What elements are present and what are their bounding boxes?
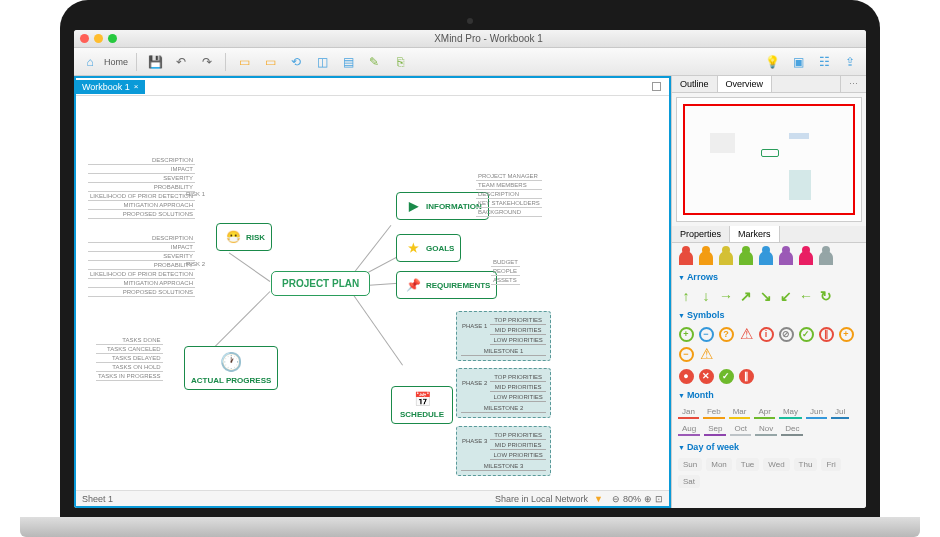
minimize-window-button[interactable] (94, 34, 103, 43)
share-button[interactable]: ⇪ (840, 52, 860, 72)
close-window-button[interactable] (80, 34, 89, 43)
leaf-budget[interactable]: BUDGET (491, 258, 520, 267)
marker-person-pink[interactable] (798, 250, 814, 266)
month-dec[interactable]: Dec (781, 423, 803, 436)
marker-person-gray[interactable] (818, 250, 834, 266)
home-button[interactable]: ⌂ (80, 52, 100, 72)
arrow-up-icon[interactable]: ↑ (678, 288, 694, 304)
month-nov[interactable]: Nov (755, 423, 777, 436)
symbol-plus2[interactable]: + (838, 326, 854, 342)
overview-panel[interactable] (676, 97, 862, 222)
month-feb[interactable]: Feb (703, 406, 725, 419)
leaf-project-manager[interactable]: PROJECT MANAGER (476, 172, 542, 181)
topic-button[interactable]: ▭ (234, 52, 254, 72)
symbol-done[interactable]: ✓ (718, 368, 734, 384)
month-aug[interactable]: Aug (678, 423, 700, 436)
month-jun[interactable]: Jun (806, 406, 827, 419)
leaf-description[interactable]: DESCRIPTION (476, 190, 542, 199)
leaf-assets[interactable]: ASSETS (491, 276, 520, 285)
month-jan[interactable]: Jan (678, 406, 699, 419)
group-symbols[interactable]: Symbols (676, 307, 862, 323)
symbol-minus2[interactable]: − (678, 346, 694, 362)
day-fri[interactable]: Fri (821, 458, 840, 471)
relationship-button[interactable]: ⟲ (286, 52, 306, 72)
day-mon[interactable]: Mon (706, 458, 732, 471)
arrow-left-icon[interactable]: ← (798, 288, 814, 304)
symbol-question[interactable]: ? (718, 326, 734, 342)
topic-requirements[interactable]: 📌REQUIREMENTS (396, 271, 497, 299)
month-may[interactable]: May (779, 406, 802, 419)
present-button[interactable]: ▣ (788, 52, 808, 72)
redo-button[interactable]: ↷ (197, 52, 217, 72)
arrow-refresh-icon[interactable]: ↻ (818, 288, 834, 304)
day-thu[interactable]: Thu (794, 458, 818, 471)
arrow-downright-icon[interactable]: ↘ (758, 288, 774, 304)
topic-risk[interactable]: 😷RISK (216, 223, 272, 251)
arrow-upright-icon[interactable]: ↗ (738, 288, 754, 304)
tab-outline[interactable]: Outline (672, 76, 718, 92)
symbol-check[interactable]: ✓ (798, 326, 814, 342)
marker-person-yellow[interactable] (718, 250, 734, 266)
marker-person-green[interactable] (738, 250, 754, 266)
marker-person-purple[interactable] (778, 250, 794, 266)
share-label[interactable]: Share in Local Network (495, 494, 588, 504)
phase-1[interactable]: PHASE 1TOP PRIORITIESMID PRIORITIESLOW P… (456, 311, 551, 361)
tab-properties[interactable]: Properties (672, 226, 730, 242)
topic-progress[interactable]: 🕐ACTUAL PROGRESS (184, 346, 278, 390)
month-sep[interactable]: Sep (704, 423, 726, 436)
arrow-downleft-icon[interactable]: ↙ (778, 288, 794, 304)
undo-button[interactable]: ↶ (171, 52, 191, 72)
close-tab-icon[interactable]: × (134, 82, 139, 91)
mindmap-canvas[interactable]: PROJECT PLAN ▶INFORMATION PROJECT MANAGE… (76, 96, 669, 490)
boundary-button[interactable]: ◫ (312, 52, 332, 72)
leaf-tasks-inprogress[interactable]: TASKS IN PROGRESS (96, 372, 163, 381)
summary-button[interactable]: ▤ (338, 52, 358, 72)
day-sun[interactable]: Sun (678, 458, 702, 471)
note-button[interactable]: ✎ (364, 52, 384, 72)
group-arrows[interactable]: Arrows (676, 269, 862, 285)
leaf-team-members[interactable]: TEAM MEMBERS (476, 181, 542, 190)
month-mar[interactable]: Mar (729, 406, 751, 419)
arrow-down-icon[interactable]: ↓ (698, 288, 714, 304)
marker-person-blue[interactable] (758, 250, 774, 266)
central-topic[interactable]: PROJECT PLAN (271, 271, 370, 296)
group-dow[interactable]: Day of week (676, 439, 862, 455)
topic-information[interactable]: ▶INFORMATION (396, 192, 489, 220)
marker-person-orange[interactable] (698, 250, 714, 266)
fit-button[interactable]: ⊡ (655, 494, 663, 504)
topic-goals[interactable]: ★GOALS (396, 234, 461, 262)
symbol-warning[interactable]: ⚠ (738, 326, 754, 342)
attach-button[interactable]: ⎘ (390, 52, 410, 72)
symbol-minus[interactable]: − (698, 326, 714, 342)
marker-person-red[interactable] (678, 250, 694, 266)
symbol-x[interactable]: ✕ (698, 368, 714, 384)
subtopic-button[interactable]: ▭ (260, 52, 280, 72)
workbook-tab[interactable]: Workbook 1 × (76, 80, 145, 94)
leaf-tasks-canceled[interactable]: TASKS CANCELED (96, 345, 163, 354)
filter-icon[interactable]: ▼ (594, 494, 603, 504)
symbol-plus[interactable]: + (678, 326, 694, 342)
symbol-info[interactable]: i (758, 326, 774, 342)
overview-viewport[interactable] (683, 104, 855, 215)
tab-overflow-button[interactable] (652, 82, 661, 91)
month-apr[interactable]: Apr (754, 406, 774, 419)
gantt-button[interactable]: ☷ (814, 52, 834, 72)
sheet-name[interactable]: Sheet 1 (82, 494, 113, 504)
tab-overview[interactable]: Overview (718, 76, 773, 92)
symbol-alert[interactable]: ⚠ (698, 346, 714, 362)
symbol-paused[interactable]: ‖ (738, 368, 754, 384)
zoom-out-button[interactable]: ⊖ (612, 494, 620, 504)
group-month[interactable]: Month (676, 387, 862, 403)
panel-menu-icon[interactable]: ⋯ (841, 76, 866, 92)
leaf-people[interactable]: PEOPLE (491, 267, 520, 276)
leaf-tasks-done[interactable]: TASKS DONE (96, 336, 163, 345)
month-oct[interactable]: Oct (730, 423, 750, 436)
leaf-tasks-hold[interactable]: TASKS ON HOLD (96, 363, 163, 372)
symbol-stop[interactable]: ● (678, 368, 694, 384)
month-jul[interactable]: Jul (831, 406, 849, 419)
day-tue[interactable]: Tue (736, 458, 760, 471)
arrow-right-icon[interactable]: → (718, 288, 734, 304)
tab-markers[interactable]: Markers (730, 226, 780, 242)
day-wed[interactable]: Wed (763, 458, 789, 471)
leaf-tasks-delayed[interactable]: TASKS DELAYED (96, 354, 163, 363)
